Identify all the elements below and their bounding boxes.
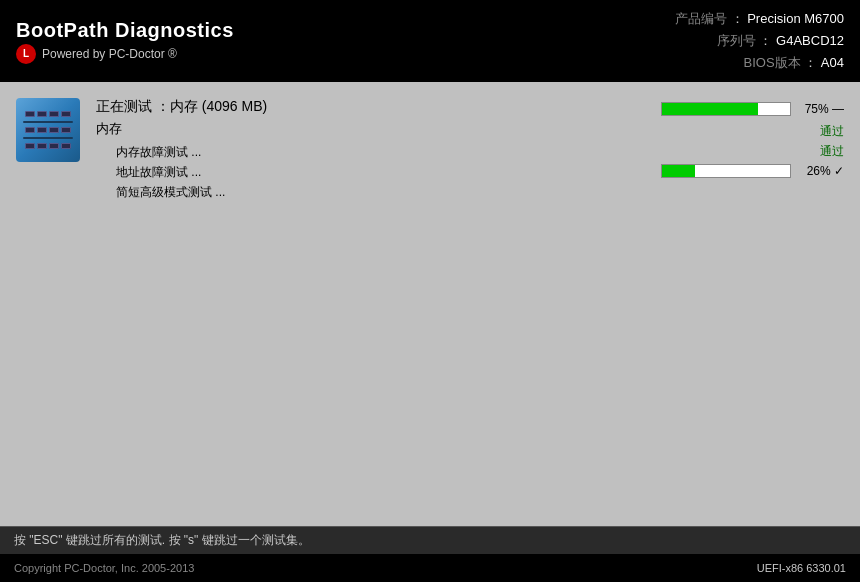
status-pass-1: 通过 [820,123,844,140]
footer-copyright: Copyright PC-Doctor, Inc. 2005-2013 [14,562,194,574]
ram-board-line [23,121,73,123]
product-label: 产品编号 [675,11,727,26]
ram-chip [37,127,47,133]
pass-row-2: 通过 [624,142,844,160]
sub-test-item-2: 地址故障测试 ... [116,164,624,181]
ram-chip [25,127,35,133]
ram-chip [37,111,47,117]
app-title: BootPath Diagnostics [16,19,234,42]
product-info: 产品编号 ： Precision M6700 [675,8,844,30]
app-subtitle-text: Powered by PC-Doctor ® [42,47,177,61]
ram-chip-row-2 [25,127,71,133]
status-bar-text: 按 "ESC" 键跳过所有的测试. 按 "s" 键跳过一个测试集。 [14,533,310,547]
serial-label: 序列号 [717,33,756,48]
ram-chip [49,143,59,149]
sub-test-item-3: 简短高级模式测试 ... [116,184,624,201]
status-bar: 按 "ESC" 键跳过所有的测试. 按 "s" 键跳过一个测试集。 [0,526,860,554]
main-progress-row: 75% — [624,98,844,120]
ram-chip [49,127,59,133]
ram-chip [25,111,35,117]
test-main-status: 正在测试 ：内存 (4096 MB) [96,98,624,116]
bios-value: A04 [821,55,844,70]
ram-chip [61,143,71,149]
ram-chip-row-3 [25,143,71,149]
ram-board-line-2 [23,137,73,139]
footer: Copyright PC-Doctor, Inc. 2005-2013 UEFI… [0,554,860,582]
diagnostic-panel: 正在测试 ：内存 (4096 MB) 内存 内存故障测试 ... 地址故障测试 … [16,98,624,201]
product-value: Precision M6700 [747,11,844,26]
test-info: 正在测试 ：内存 (4096 MB) 内存 内存故障测试 ... 地址故障测试 … [96,98,624,201]
serial-info: 序列号 ： G4ABCD12 [675,30,844,52]
sub-test-item-1: 内存故障测试 ... [116,144,624,161]
sub-tests: 内存故障测试 ... 地址故障测试 ... 简短高级模式测试 ... [116,144,624,201]
test-name-label: 内存 [96,120,624,138]
bios-info: BIOS版本 ： A04 [675,52,844,74]
app-subtitle: L Powered by PC-Doctor ® [16,44,234,64]
main-progress-bar-container [661,102,791,116]
pc-doctor-logo-icon: L [16,44,36,64]
status-pass-2: 通过 [820,143,844,160]
ram-icon [16,98,80,162]
ram-icon-inner [16,98,80,162]
sub-progress-bar-container [661,164,791,178]
ram-chip [61,127,71,133]
ram-chip [37,143,47,149]
left-col: 正在测试 ：内存 (4096 MB) 内存 内存故障测试 ... 地址故障测试 … [16,98,624,201]
main-progress-bar-fill [662,103,758,115]
diagnostic-row: 正在测试 ：内存 (4096 MB) 内存 内存故障测试 ... 地址故障测试 … [16,98,844,201]
sub-progress-label: 26% ✓ [799,164,844,178]
ram-chip [61,111,71,117]
header: BootPath Diagnostics L Powered by PC-Doc… [0,0,860,82]
header-left: BootPath Diagnostics L Powered by PC-Doc… [16,19,234,64]
sub-progress-bar-fill [662,165,695,177]
bios-label: BIOS版本 [744,55,801,70]
footer-version: UEFI-x86 6330.01 [757,562,846,574]
sub-progress-row: 26% ✓ [624,162,844,180]
pass-row-1: 通过 [624,122,844,140]
main-progress-label: 75% — [799,102,844,116]
ram-chip [49,111,59,117]
header-right: 产品编号 ： Precision M6700 序列号 ： G4ABCD12 BI… [675,8,844,74]
ram-chip [25,143,35,149]
ram-chip-row-1 [25,111,71,117]
serial-value: G4ABCD12 [776,33,844,48]
main-content: 正在测试 ：内存 (4096 MB) 内存 内存故障测试 ... 地址故障测试 … [0,82,860,526]
right-col: 75% — 通过 通过 26% ✓ [624,98,844,201]
